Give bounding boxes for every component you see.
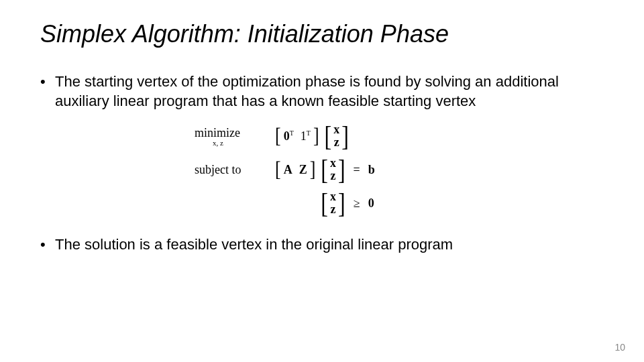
rhs-b: b (368, 163, 382, 177)
row-vector-0T-1T: [ 0T 1T ] (275, 127, 319, 145)
bullet-item: The solution is a feasible vertex in the… (40, 235, 604, 255)
equals-sign: = (351, 163, 363, 177)
bullet-list: The starting vertex of the optimization … (40, 72, 604, 111)
ge-sign: ≥ (351, 196, 363, 210)
minimize-label: minimize x, z (195, 126, 275, 147)
bullet-list: The solution is a feasible vertex in the… (40, 235, 604, 255)
math-row-constraint-eq: subject to [ A Z ] [ x z ] (195, 156, 449, 183)
slide-title: Simplex Algorithm: Initialization Phase (40, 20, 604, 48)
bullet-text: The starting vertex of the optimization … (55, 73, 559, 109)
math-row-constraint-ge: [AZ] [ x z ] ≥ 0 (195, 190, 449, 217)
math-block: minimize x, z [ 0T 1T ] [ x z (195, 123, 449, 217)
col-vector-xz: [ x z ] (321, 190, 345, 216)
bullet-text: The solution is a feasible vertex in the… (55, 236, 453, 253)
minimize-subscript: x, z (195, 139, 241, 147)
slide: Simplex Algorithm: Initialization Phase … (0, 0, 644, 362)
bullet-item: The starting vertex of the optimization … (40, 72, 604, 111)
col-vector-xz: [ x z ] (321, 157, 345, 182)
row-matrix-AZ: [ A Z ] (275, 161, 315, 178)
subject-to-label: subject to (195, 163, 275, 177)
math-row-objective: minimize x, z [ 0T 1T ] [ x z (195, 123, 449, 149)
page-number: 10 (614, 342, 625, 353)
rhs-zero: 0 (368, 196, 382, 210)
col-vector-xz: [ x z ] (325, 123, 349, 149)
